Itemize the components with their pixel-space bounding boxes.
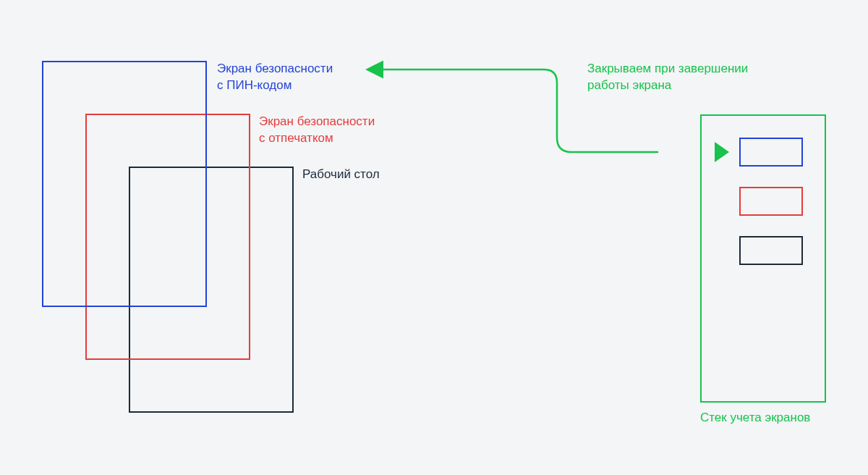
- diagram-canvas: Экран безопасности с ПИН-кодом Экран без…: [0, 0, 868, 475]
- stack-item-desktop: [739, 236, 803, 265]
- stack-item-pin: [739, 138, 803, 167]
- stack-item-fingerprint: [739, 187, 803, 216]
- label-stack-caption: Стек учета экранов: [700, 410, 810, 426]
- stack-pointer-icon: [715, 142, 729, 162]
